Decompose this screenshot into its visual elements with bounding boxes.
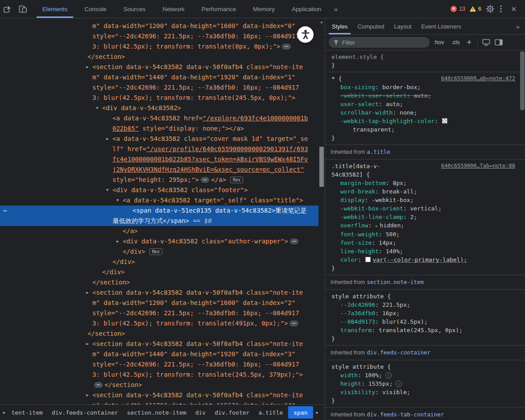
css-property-value[interactable]: blur(42.5px); xyxy=(382,318,428,325)
rendering-emulation-icon[interactable] xyxy=(480,39,492,46)
expand-children-icon[interactable]: ⋯ xyxy=(201,177,209,183)
css-property-name[interactable]: font-weight xyxy=(340,231,379,238)
css-property-value[interactable]: 221.5px; xyxy=(382,301,410,308)
crumb-item[interactable]: div xyxy=(191,405,210,420)
dom-tree-node[interactable]: ▶<section data-v-54c83582 data-v-50f0afb… xyxy=(0,288,325,298)
dom-tree-node[interactable]: 最低效的学习方式</span> == $0 xyxy=(0,216,325,226)
css-property-name[interactable]: --084d9173 xyxy=(340,318,375,325)
crumb-item[interactable]: div.footer xyxy=(210,405,254,420)
dom-tree-node[interactable]: 022b85" style="display: none;"></a> xyxy=(0,124,325,134)
css-property-name[interactable]: visibility xyxy=(340,389,375,395)
dom-tree-node[interactable]: m" data-width="1200" data-height="1600" … xyxy=(0,298,325,308)
css-property-value[interactable]: var(--color-primary-label); xyxy=(373,256,467,263)
tab-memory[interactable]: Memory xyxy=(244,0,283,18)
css-property-name[interactable]: -webkit-line-clamp xyxy=(340,214,403,220)
tab-network[interactable]: Network xyxy=(154,0,193,18)
dom-tree-node[interactable]: style="--2dc42696: 221.5px; --7a36dfb0: … xyxy=(0,31,325,41)
css-declaration[interactable]: word-break: break-all; xyxy=(331,187,515,196)
dom-tree-node[interactable]: </div>flex xyxy=(0,247,325,257)
tab-performance[interactable]: Performance xyxy=(193,0,244,18)
css-declaration[interactable]: font-weight: 500; xyxy=(331,230,515,239)
crumb-item[interactable]: tent-item xyxy=(7,405,47,420)
css-property-name[interactable]: user-select xyxy=(340,101,379,107)
dom-tree-node[interactable]: 3: blur(42.5px); transform: translate(24… xyxy=(0,93,325,103)
css-property-name[interactable]: overflow xyxy=(340,222,368,229)
more-panels-icon[interactable]: » xyxy=(330,0,342,18)
expand-arrow-icon[interactable]: ▶ xyxy=(86,288,88,298)
expand-children-icon[interactable]: ⋯ xyxy=(289,321,298,326)
css-property-value[interactable]: border-box; xyxy=(382,84,421,91)
dom-tree-node[interactable]: </section> xyxy=(0,329,325,339)
css-property-value[interactable]: translate(245.5px, 0px); xyxy=(379,327,463,334)
css-declaration[interactable]: --084d9173: blur(42.5px); xyxy=(331,317,515,326)
inspect-element-icon[interactable] xyxy=(0,0,15,18)
expand-arrow-icon[interactable]: ▶ xyxy=(86,62,88,72)
crumbs-scroll-right-icon[interactable]: ▶ xyxy=(314,410,321,415)
css-declaration[interactable]: font-size: 14px; xyxy=(331,239,515,247)
css-declaration[interactable]: -webkit-box-orient: vertical; xyxy=(331,204,515,213)
rule-selector[interactable]: style attribute { xyxy=(331,363,391,370)
dom-tree-node[interactable]: ▼<a data-v-54c83582 target="_self" class… xyxy=(0,195,325,206)
styles-scrollbar[interactable] xyxy=(520,51,525,110)
crumbs-scroll-left-icon[interactable]: ◀ xyxy=(0,410,7,415)
tab-styles[interactable]: Styles xyxy=(327,18,352,34)
elements-scrollbar[interactable]: ▲ xyxy=(318,18,325,404)
rule-selector[interactable]: style attribute { xyxy=(331,293,391,300)
styles-scrollbar-thumb[interactable] xyxy=(520,51,525,110)
css-declaration[interactable]: -webkit-tap-highlight-color: xyxy=(331,117,515,125)
crumb-item-selected[interactable]: span xyxy=(288,406,313,419)
expand-arrow-icon[interactable]: ▶ xyxy=(86,339,88,349)
dom-tree-node[interactable]: </section> xyxy=(0,52,325,62)
tab-elements[interactable]: Elements xyxy=(34,0,76,18)
dom-tree-node[interactable]: ▶<section data-v-54c83582 data-v-50f0afb… xyxy=(0,62,325,72)
css-property-name[interactable]: word-break xyxy=(340,188,375,195)
dom-tree-node[interactable]: ▶<section data-v-54c83582 data-v-50f0afb… xyxy=(0,339,325,349)
css-property-value[interactable]: hidden; xyxy=(380,222,404,229)
accessibility-widget-icon[interactable] xyxy=(297,26,314,43)
css-property-name[interactable]: box-sizing xyxy=(340,84,375,91)
dom-tree-node[interactable]: ▼<div data-v-54c83582> xyxy=(0,103,325,113)
css-property-value[interactable]: 1535px; xyxy=(368,380,393,387)
ancestor-node-link[interactable]: a.title xyxy=(367,148,390,155)
tab-application[interactable]: Application xyxy=(283,0,330,18)
dom-tree-node[interactable]: m" data-width="1200" data-height="1600" … xyxy=(0,21,325,31)
dom-tree-node[interactable]: </section> xyxy=(0,277,325,288)
css-property-name[interactable]: -webkit-user-select xyxy=(340,92,407,99)
dom-tree-node[interactable]: lf" href="/user/profile/640c655900000000… xyxy=(0,144,325,154)
css-property-name[interactable]: height xyxy=(340,380,361,387)
css-property-value[interactable]: vertical; xyxy=(410,205,442,212)
dom-tree-node[interactable]: 3: blur(42.5px); transform: translate(49… xyxy=(0,318,325,329)
css-property-value[interactable]: none; xyxy=(400,109,417,116)
expand-children-icon[interactable]: ⋯ xyxy=(290,239,298,244)
expand-arrow-icon[interactable]: ▶ xyxy=(116,236,119,247)
tab-console[interactable]: Console xyxy=(76,0,115,18)
settings-gear-icon[interactable] xyxy=(486,4,495,13)
toggle-element-state-button[interactable]: :hov xyxy=(430,38,447,47)
css-declaration[interactable]: width: 100%;i xyxy=(331,371,515,379)
rule-selector[interactable]: * { xyxy=(331,75,342,82)
rule-selector[interactable]: element.style { xyxy=(331,54,384,60)
elements-scrollbar-thumb[interactable] xyxy=(319,147,324,187)
dom-tree-node[interactable]: </div> xyxy=(0,257,325,267)
dom-tree-node[interactable]: ▶<div data-v-54c83582 class="author-wrap… xyxy=(0,236,325,247)
info-icon[interactable]: i xyxy=(385,372,392,379)
css-property-name[interactable]: --2dc42696 xyxy=(340,301,375,308)
css-property-value[interactable]: -webkit-box; xyxy=(372,197,413,203)
stylesheet-source-link[interactable]: 640c6559000…ab=note:472 xyxy=(441,74,515,83)
css-declaration-value[interactable]: transparent; xyxy=(331,125,515,134)
collapse-arrow-icon[interactable]: ▼ xyxy=(96,103,98,113)
dom-tree-node[interactable]: j2NyDRXKVH3NdfHzq24HShBviE=&xsec_source=… xyxy=(0,165,325,175)
css-declaration[interactable]: overflow: ▸hidden; xyxy=(331,221,515,230)
css-declaration[interactable]: visibility: visible; xyxy=(331,388,515,396)
expand-children-icon[interactable]: ⋯ xyxy=(94,382,103,388)
rule-selector[interactable]: .title[data-v- xyxy=(331,163,380,169)
dom-tree-node[interactable]: m" data-width="1440" data-height="1920" … xyxy=(0,349,325,359)
close-devtools-icon[interactable]: × xyxy=(507,4,521,13)
css-property-value[interactable]: break-all; xyxy=(382,188,417,195)
css-property-name[interactable]: width xyxy=(340,372,358,379)
element-classes-button[interactable]: .cls xyxy=(448,38,463,47)
flex-badge[interactable]: flex xyxy=(149,248,162,255)
dom-tree-node[interactable]: m" data-width="1440" data-height="1920" … xyxy=(0,72,325,82)
css-property-name[interactable]: margin-bottom xyxy=(340,180,386,186)
dom-tree-node[interactable]: 3: blur(42.5px); transform: translate(24… xyxy=(0,370,325,380)
